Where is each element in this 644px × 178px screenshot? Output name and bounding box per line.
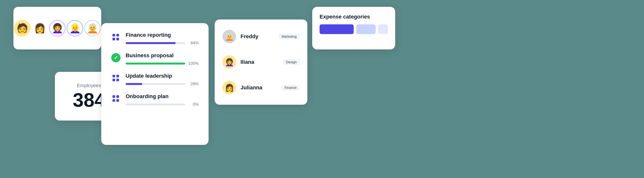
- person-name-iliana: Iliana: [240, 59, 278, 65]
- progress-row-business: 100%: [126, 61, 199, 66]
- expense-bar-tertiary: [378, 24, 388, 34]
- progress-bar-fill-business: [126, 63, 185, 64]
- person-tag-iliana: Design: [283, 59, 300, 65]
- task-content-onboarding: Onboarding plan 0%: [126, 93, 199, 107]
- people-card: 🧑‍🦳 Freddy Marketing 👩‍🦱 Iliana Design 👩…: [215, 19, 307, 105]
- grid-dot: [116, 34, 119, 36]
- task-icon-finance: [111, 32, 121, 42]
- avatar-2: 👩: [32, 20, 48, 36]
- task-item-onboarding: Onboarding plan 0%: [111, 93, 199, 107]
- expense-bar-main: [320, 24, 354, 34]
- task-title-business: Business proposal: [126, 52, 199, 59]
- person-tag-freddy: Marketing: [279, 34, 300, 39]
- task-item-finance: Finance reporting 84%: [111, 32, 199, 45]
- avatar-julianna: 👩: [222, 81, 236, 94]
- divider-2: [222, 75, 300, 75]
- avatar-freddy: 🧑‍🦳: [222, 30, 236, 43]
- task-item-leadership: Update leadership 28%: [111, 73, 199, 86]
- person-tag-julianna: Finance: [282, 85, 300, 91]
- avatar-5: 🧑‍🦳: [84, 20, 101, 36]
- progress-row-finance: 84%: [126, 41, 199, 45]
- progress-row-onboarding: 0%: [126, 102, 199, 107]
- employees-label: Employees: [77, 83, 101, 88]
- progress-bar-bg-finance: [126, 42, 185, 44]
- grid-dot: [112, 79, 115, 81]
- grid-dot: [116, 79, 119, 81]
- progress-bar-bg-onboarding: [126, 104, 185, 105]
- grid-dot: [116, 38, 119, 40]
- grid-dot: [112, 95, 115, 98]
- person-row-freddy: 🧑‍🦳 Freddy Marketing: [222, 30, 300, 43]
- progress-label-business: 100%: [188, 61, 199, 66]
- task-content-leadership: Update leadership 28%: [126, 73, 199, 86]
- tasks-card: Finance reporting 84% ✓ Business proposa…: [101, 23, 208, 145]
- avatar-1: 🧑: [14, 20, 30, 36]
- person-name-freddy: Freddy: [240, 33, 274, 40]
- expense-card: Expense categories: [312, 7, 395, 49]
- task-content-business: Business proposal 100%: [126, 52, 199, 66]
- task-content-finance: Finance reporting 84%: [126, 32, 199, 45]
- check-circle-icon: ✓: [111, 53, 120, 62]
- grid-dot: [116, 95, 119, 98]
- grid-dot: [116, 75, 119, 77]
- expense-title: Expense categories: [320, 14, 388, 20]
- task-item-business: ✓ Business proposal 100%: [111, 52, 199, 66]
- grid-icon-3: [112, 95, 119, 102]
- progress-label-finance: 84%: [188, 41, 199, 45]
- progress-bar-fill-leadership: [126, 83, 142, 85]
- task-icon-leadership: [111, 73, 121, 83]
- grid-dot: [112, 99, 115, 102]
- grid-icon: [112, 34, 119, 41]
- person-row-iliana: 👩‍🦱 Iliana Design: [222, 55, 300, 69]
- progress-bar-bg-business: [126, 63, 185, 64]
- grid-dot: [112, 75, 115, 77]
- divider-1: [222, 49, 300, 49]
- progress-row-leadership: 28%: [126, 82, 199, 86]
- task-title-onboarding: Onboarding plan: [126, 93, 199, 100]
- task-title-leadership: Update leadership: [126, 73, 199, 79]
- grid-icon-2: [112, 75, 119, 82]
- grid-dot: [116, 99, 119, 102]
- progress-bar-fill-finance: [126, 42, 176, 44]
- task-icon-business: ✓: [111, 53, 121, 63]
- avatar-4: 👱‍♀️: [66, 20, 83, 36]
- expense-bars: [320, 24, 388, 34]
- person-name-julianna: Julianna: [240, 84, 277, 91]
- task-icon-onboarding: [111, 94, 121, 104]
- grid-dot: [112, 34, 115, 36]
- person-row-julianna: 👩 Julianna Finance: [222, 81, 300, 94]
- avatar-iliana: 👩‍🦱: [222, 55, 236, 69]
- progress-label-onboarding: 0%: [188, 102, 199, 107]
- avatar-3: 👩‍🦱: [49, 20, 66, 36]
- expense-bar-secondary: [356, 24, 376, 34]
- progress-label-leadership: 28%: [188, 82, 199, 86]
- progress-bar-bg-leadership: [126, 83, 185, 85]
- task-title-finance: Finance reporting: [126, 32, 199, 38]
- avatars-card: 🧑 👩 👩‍🦱 👱‍♀️ 🧑‍🦳: [14, 7, 101, 49]
- grid-dot: [112, 38, 115, 40]
- employees-number: 384: [73, 90, 105, 110]
